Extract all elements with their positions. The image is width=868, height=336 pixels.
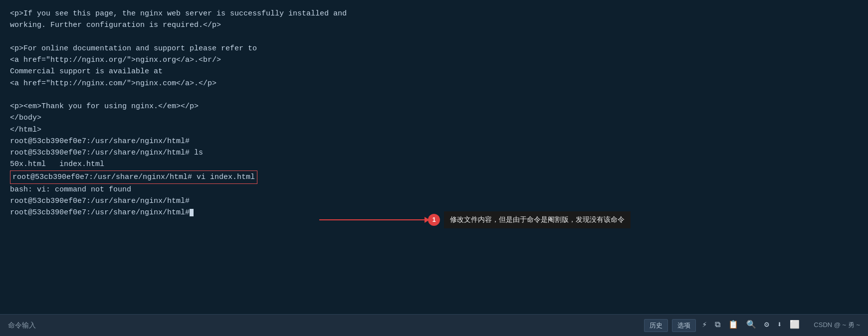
settings-icon[interactable]: ⚙ (762, 319, 771, 332)
cmd-input-area: 命令输入 (8, 320, 644, 331)
terminal-line-5: Commercial support is available at (10, 66, 858, 77)
terminal-line-13: 50x.html index.html (10, 159, 858, 170)
cursor (190, 209, 194, 216)
arrow-line (319, 219, 429, 220)
terminal-line-10: </html> (10, 124, 858, 136)
terminal-line-9: </body> (10, 112, 858, 124)
download-icon[interactable]: ⬇ (775, 319, 784, 332)
terminal-line-6: <a href="http://nginx.com/">nginx.com</a… (10, 78, 858, 89)
terminal-line-8: <p><em>Thank you for using nginx.</em></… (10, 101, 858, 112)
terminal-line-1: working. Further configuration is requir… (10, 19, 858, 31)
terminal-line-4: <a href="http://nginx.org/">nginx.org</a… (10, 54, 858, 66)
options-button[interactable]: 选项 (672, 319, 696, 332)
annotation-badge: 1 (428, 214, 440, 226)
history-button[interactable]: 历史 (644, 319, 668, 332)
csdn-label: CSDN @ ~ 勇 ~ (814, 320, 860, 330)
terminal-content: <p>If you see this page, the nginx web s… (10, 8, 858, 310)
maximize-icon[interactable]: ⬜ (788, 319, 802, 332)
bottom-bar: 命令输入 历史 选项 ⚡ ⧉ 📋 🔍 ⚙ ⬇ ⬜ CSDN @ ~ 勇 ~ (0, 314, 868, 336)
terminal-line-11: root@53cb390ef0e7:/usr/share/nginx/html# (10, 136, 858, 147)
annotation-arrow (319, 219, 429, 220)
highlighted-command: root@53cb390ef0e7:/usr/share/nginx/html#… (10, 170, 257, 184)
clipboard-icon[interactable]: 📋 (726, 319, 740, 332)
cmd-input-label: 命令输入 (8, 320, 36, 331)
terminal-line-14-highlighted: root@53cb390ef0e7:/usr/share/nginx/html#… (10, 170, 858, 184)
copy-icon[interactable]: ⧉ (713, 319, 722, 332)
bottom-right-tools: 历史 选项 ⚡ ⧉ 📋 🔍 ⚙ ⬇ ⬜ CSDN @ ~ 勇 ~ (644, 319, 860, 332)
terminal-line-2 (10, 31, 858, 43)
terminal-line-0: <p>If you see this page, the nginx web s… (10, 8, 858, 19)
search-icon[interactable]: 🔍 (744, 319, 758, 332)
terminal-line-15: bash: vi: command not found (10, 184, 858, 195)
terminal-line-7 (10, 89, 858, 101)
terminal-line-16: root@53cb390ef0e7:/usr/share/nginx/html# (10, 195, 858, 207)
terminal-line-3: <p>For online documentation and support … (10, 43, 858, 54)
terminal-line-12: root@53cb390ef0e7:/usr/share/nginx/html#… (10, 147, 858, 159)
annotation-text-box: 修改文件内容，但是由于命令是阉割版，发现没有该命令 (444, 211, 631, 228)
lightning-icon[interactable]: ⚡ (700, 319, 709, 332)
terminal-window: <p>If you see this page, the nginx web s… (0, 0, 868, 336)
